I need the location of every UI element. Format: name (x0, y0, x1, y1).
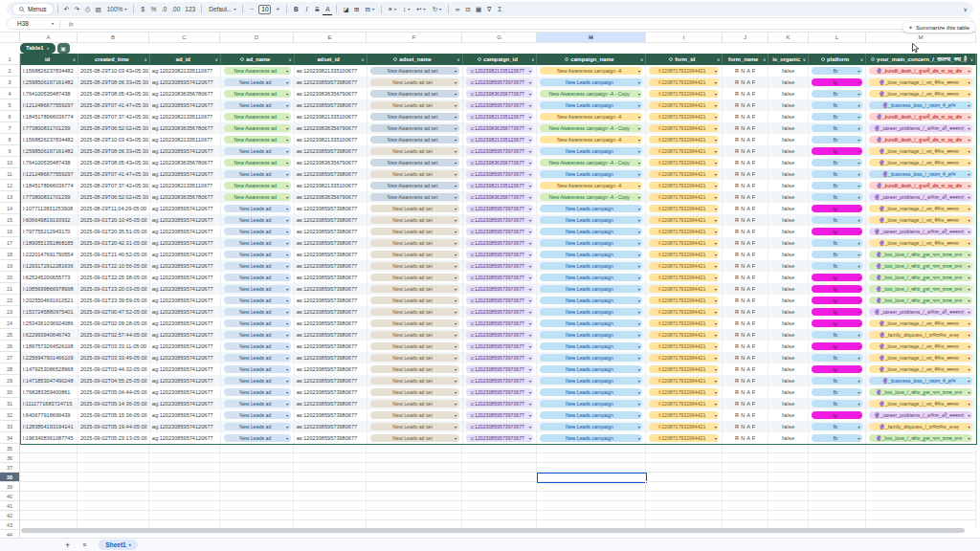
cell-ad-id[interactable]: ag:120230836356780677 (150, 88, 221, 99)
empty-cell[interactable] (20, 520, 78, 528)
dropdown-chip[interactable]: 🔮_love_marriage_/_लव_मैरिज_समस्या▾ (869, 400, 972, 408)
cell-campaign-name[interactable]: New Awareness campaign -A - Copy▾ (537, 157, 646, 168)
empty-cell[interactable] (462, 501, 537, 511)
empty-cell[interactable] (809, 520, 866, 528)
cell-adset-name[interactable]: New Leads ad set▾ (368, 409, 463, 421)
cell-ad-id[interactable]: ag:120230859574120677 (150, 203, 221, 214)
cell-id[interactable]: l:2598506167161482 (21, 145, 78, 157)
cell-id[interactable]: l:1293172912281636 (21, 260, 78, 272)
cell-ad-id[interactable]: ag:120230859574120677 (150, 214, 221, 226)
cell-campaign-id[interactable]: c:120230836356770677▾ (463, 191, 538, 203)
cell-platform[interactable]: fb▾ (809, 168, 866, 180)
cell-platform[interactable]: ig▾ (809, 318, 866, 329)
cell-created-time[interactable]: 2025-09-01T22:10:56-05:00 (78, 260, 150, 272)
cell-ad-name[interactable]: New Leads ad▾ (221, 99, 295, 111)
dropdown-chip[interactable]: New Awareness ad▾ (224, 124, 291, 132)
dropdown-chip[interactable]: 🔮_business_loss_/_व्यापार_में_हानि▾ (869, 377, 972, 385)
dropdown-chip[interactable]: f:2208717932964421▾ (649, 147, 719, 155)
cell-is-organic[interactable]: false (768, 111, 809, 122)
cell-ad-id[interactable]: ag:120230859574120677 (150, 249, 221, 260)
row-header-36[interactable]: 36 (0, 453, 20, 463)
empty-cell[interactable] (462, 492, 537, 501)
cell-id[interactable]: l:1897573264526108 (21, 341, 78, 352)
row-header-7[interactable]: 7 (0, 122, 20, 134)
cell-adset-id[interactable]: as:120230859573980677 (295, 272, 368, 283)
empty-cell[interactable] (723, 492, 768, 501)
column-header-C[interactable]: C (149, 33, 220, 43)
cell-campaign-name[interactable]: New Leads campaign▾ (537, 145, 646, 157)
merge-cells-button[interactable]: ⊟▾ (363, 6, 377, 13)
dropdown-chip[interactable]: New Leads campaign▾ (540, 251, 642, 258)
dropdown-chip[interactable]: c:120230859573970677▾ (466, 342, 534, 350)
cell-form-name[interactable]: R N A F (723, 398, 768, 409)
dropdown-chip[interactable]: New Leads ad set▾ (370, 308, 459, 316)
cell-concern[interactable]: 🔮_love_marriage_/_लव_मैरिज_समस्या▾ (866, 145, 976, 157)
cell-ad-id[interactable]: ag:120230859574120677 (150, 375, 221, 386)
dropdown-chip[interactable]: New Leads ad▾ (224, 274, 291, 281)
dropdown-chip[interactable]: c:120230859573970677▾ (466, 216, 534, 224)
empty-cell[interactable] (768, 463, 809, 473)
dropdown-chip[interactable]: New Leads ad set▾ (370, 216, 459, 224)
cell-campaign-id[interactable]: c:120230859573970677▾ (463, 214, 538, 226)
cell-form-name[interactable]: R N A F (723, 375, 768, 386)
empty-cell[interactable] (768, 453, 809, 463)
empty-cell[interactable] (78, 463, 149, 473)
cell-adset-id[interactable]: as:120230859573980677 (295, 237, 368, 249)
cell-is-organic[interactable]: false (768, 341, 809, 352)
column-header-L[interactable]: L (809, 33, 866, 43)
cell-ad-id[interactable]: ag:120230821335110677 (150, 180, 221, 191)
dropdown-chip[interactable]: f:2208717932964421▾ (649, 308, 719, 316)
row-header-38[interactable]: 38 (0, 473, 20, 482)
cell-platform[interactable]: fb▾ (809, 260, 866, 272)
cell-adset-id[interactable]: as:120230859573980677 (295, 409, 368, 421)
cell-adset-id[interactable]: as:120230821335100677 (295, 65, 368, 77)
cell-adset-name[interactable]: New Leads ad set▾ (368, 398, 463, 409)
cell-ad-name[interactable]: New Leads ad▾ (221, 272, 295, 283)
cell-is-organic[interactable]: false (768, 157, 809, 168)
cell-id[interactable]: l:622993940646743 (21, 329, 78, 341)
dropdown-chip[interactable]: 🔮_love_marriage_/_लव_मैरिज_समस्या▾ (869, 320, 972, 327)
column-title-8[interactable]: form_id∨ (646, 54, 723, 65)
cell-form-name[interactable]: R N A F (723, 134, 768, 145)
dropdown-chip[interactable]: New Leads ad▾ (224, 228, 291, 235)
dropdown-chip[interactable]: 🔮_lost_love_/_खोया_हुआ_प्यार_वापस_पाना▾ (869, 434, 972, 442)
paint-format-icon[interactable]: ▧ (94, 3, 103, 15)
dropdown-chip[interactable]: f:2208717932964421▾ (649, 216, 719, 224)
dropdown-chip[interactable]: New Leads ad set▾ (370, 434, 459, 442)
dropdown-chip[interactable]: ig▾ (812, 147, 862, 155)
empty-cell[interactable] (220, 501, 294, 511)
cell-created-time[interactable]: 2025-08-29T08:05:43+05:30 (78, 88, 150, 99)
cell-concern[interactable]: 🔮_kundli_dosh_/_कुंडली_दोष_या_ग्रह_दोष▾ (866, 180, 976, 191)
cell-created-time[interactable]: 2025-08-29T07:37:42+05:30 (78, 180, 150, 191)
empty-cell[interactable] (646, 501, 723, 511)
dropdown-chip[interactable]: New Leads ad▾ (224, 423, 291, 430)
cell-created-time[interactable]: 2025-08-29T11:04:29-05:00 (78, 203, 150, 214)
dropdown-chip[interactable]: New Leads campaign▾ (540, 262, 642, 270)
empty-cell[interactable] (78, 511, 149, 520)
dropdown-chip[interactable]: New Leads ad set▾ (370, 342, 459, 350)
cell-adset-name[interactable]: New Leads ad set▾ (368, 99, 463, 111)
dropdown-chip[interactable]: 🔮_love_marriage_/_लव_मैरिज_समस्या▾ (869, 78, 972, 86)
dropdown-chip[interactable]: f:2208717932964421▾ (649, 262, 719, 270)
dropdown-chip[interactable]: New Leads ad▾ (224, 216, 291, 224)
cell-id[interactable]: l:625245200655773 (21, 272, 78, 283)
dropdown-chip[interactable]: New Awareness ad set▾ (370, 124, 459, 132)
cell-adset-name[interactable]: New Awareness ad set▾ (368, 65, 463, 77)
cell-ad-id[interactable]: ag:120230859574120677 (150, 386, 221, 398)
cell-id[interactable]: l:2598506167161482 (21, 77, 78, 88)
column-title-12[interactable]: your_main_concern_/_समस्या_क्या_है∨ (866, 54, 976, 65)
dropdown-chip[interactable]: New Awareness campaign -A▾ (540, 136, 642, 143)
dropdown-chip[interactable]: c:120230859573970677▾ (466, 170, 534, 178)
cell-campaign-name[interactable]: New Leads campaign▾ (537, 99, 646, 111)
dropdown-chip[interactable]: c:120230821335120677▾ (466, 136, 534, 143)
dropdown-chip[interactable]: New Leads ad set▾ (370, 365, 459, 373)
cell-ad-id[interactable]: ag:120230836356780677 (150, 191, 221, 203)
dropdown-chip[interactable]: ig▾ (812, 342, 862, 350)
empty-cell[interactable] (723, 482, 768, 492)
cell-adset-id[interactable]: as:120230859573980677 (295, 168, 368, 180)
empty-cell[interactable] (294, 511, 367, 520)
row-header-24[interactable]: 24 (0, 318, 20, 329)
borders-icon[interactable]: ⊞ (352, 3, 362, 15)
cell-is-organic[interactable]: false (768, 249, 809, 260)
row-header-6[interactable]: 6 (0, 111, 20, 122)
